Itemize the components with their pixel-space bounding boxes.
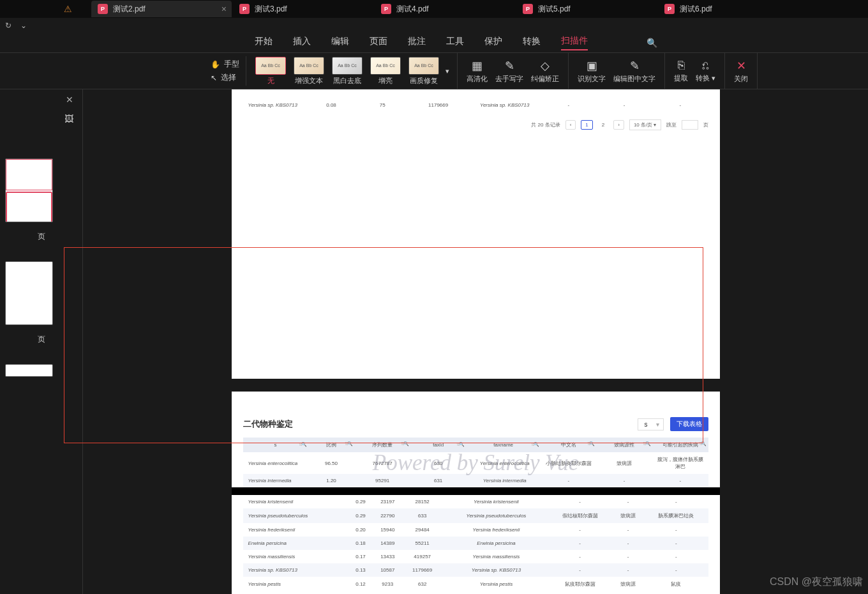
page-thumb-3[interactable] <box>5 364 53 377</box>
menu-page[interactable]: 页面 <box>370 36 387 50</box>
tab[interactable]: P 测试3.pdf <box>233 1 373 17</box>
sidebar-image-icon[interactable]: 🖼 <box>64 114 73 124</box>
filter-more[interactable]: ▾ <box>443 53 452 89</box>
ribbon-extract-group: ⎘提取 ⎌转换 ▾ <box>665 53 725 89</box>
pdf-icon: P <box>664 4 675 14</box>
menu-protect[interactable]: 保护 <box>484 36 502 50</box>
table-header-row: s⇅ 🔍 比例⇅ 🔍 序列数量⇅ 🔍 taxid⇅ 🔍 taxname⇅ 🔍 中… <box>243 438 708 452</box>
quick-access-bar: ↻ ⌄ <box>0 18 868 33</box>
tab-label: 测试3.pdf <box>255 4 287 15</box>
ocr-icon: ▣ <box>587 59 597 73</box>
close-icon[interactable]: × <box>221 4 227 14</box>
ribbon-ocr-group: ▣识别文字 ✎编辑图中文字 <box>569 53 665 89</box>
table-row: Yersinia sp. KBS0713 0.08 75 1179669 Yer… <box>243 98 708 112</box>
convert-button[interactable]: ⎌转换 ▾ <box>692 53 719 89</box>
extract-button[interactable]: ⎘提取 <box>670 53 692 89</box>
pagination-next[interactable]: › <box>613 120 624 130</box>
species-table-cont: Yersinia kristensenii0.292319728152Yersi… <box>243 495 708 591</box>
table-row: Yersinia frederiksenii0.201594029484Yers… <box>243 523 708 537</box>
pagination-pagesize[interactable]: 10 条/页 ▾ <box>629 119 661 130</box>
warning-icon: ⚠ <box>64 4 72 14</box>
pagination-jump-input[interactable] <box>682 120 698 130</box>
thumb-label: 页 <box>5 231 77 242</box>
table-row: Yersinia kristensenii0.292319728152Yersi… <box>243 495 708 508</box>
filter-none[interactable]: Aa Bb Cc无 <box>251 53 290 89</box>
ribbon-filters: Aa Bb Cc无 Aa Bb Cc增强文本 Aa Bb Cc黑白去底 Aa B… <box>246 53 458 89</box>
tab-active[interactable]: P 测试2.pdf × <box>91 1 232 17</box>
main-area: ✕ 🖼 页 页 Yersi <box>0 89 868 594</box>
document-viewer[interactable]: Yersinia sp. KBS0713 0.08 75 1179669 Yer… <box>83 89 868 594</box>
tab[interactable]: P 测试4.pdf <box>375 1 515 17</box>
menu-scan[interactable]: 扫描件 <box>561 35 588 50</box>
level-select[interactable]: s <box>638 418 664 430</box>
cursor-icon: ↖ <box>211 73 217 82</box>
menu-tools[interactable]: 工具 <box>446 36 464 50</box>
search-icon[interactable]: 🔍 <box>647 38 657 48</box>
convert-icon: ⎌ <box>702 59 709 72</box>
tab-bar: ⚠ P 测试2.pdf × P 测试3.pdf P 测试4.pdf P 测试5.… <box>0 0 868 18</box>
pagination-page-2[interactable]: 2 <box>598 121 608 129</box>
close-button[interactable]: ✕关闭 <box>730 53 752 89</box>
filter-brighten[interactable]: Aa Bb Cc增亮 <box>366 53 405 89</box>
pdf-icon: P <box>523 4 533 14</box>
pdf-icon: P <box>239 4 250 14</box>
species-table: s⇅ 🔍 比例⇅ 🔍 序列数量⇅ 🔍 taxid⇅ 🔍 taxname⇅ 🔍 中… <box>243 438 708 487</box>
thumb-2-wrap[interactable]: 页 <box>5 261 77 345</box>
edit-chars-button[interactable]: ✎编辑图中文字 <box>610 53 659 89</box>
extract-icon: ⎘ <box>678 59 685 72</box>
page-gap <box>232 487 720 495</box>
table-row: Yersinia pestis0.129233632Yersinia pesti… <box>243 577 708 591</box>
tab[interactable]: P 测试5.pdf <box>516 1 657 17</box>
table-row: Yersinia intermedia1.2095291631Yersinia … <box>243 474 708 487</box>
ribbon-close-group: ✕关闭 <box>725 53 758 89</box>
menu-edit[interactable]: 编辑 <box>331 36 349 50</box>
chevron-down-icon[interactable]: ⌄ <box>20 21 27 30</box>
table-row: Yersinia pseudotuberculos0.2922790633Yer… <box>243 508 708 523</box>
sidebar: ✕ 🖼 页 页 <box>0 89 83 594</box>
hand-icon: ✋ <box>211 60 220 69</box>
menu-annotate[interactable]: 批注 <box>408 36 426 50</box>
table-row: Erwinia persicina0.181438955211Erwinia p… <box>243 537 708 550</box>
menu-start[interactable]: 开始 <box>255 36 273 50</box>
pagination-page-suffix: 页 <box>703 121 708 128</box>
download-table-button[interactable]: 下载表格 <box>670 417 708 431</box>
menu-insert[interactable]: 插入 <box>293 36 311 50</box>
filter-quality[interactable]: Aa Bb Cc画质修复 <box>405 53 443 89</box>
ribbon-enhance-group: ▦高清化 ✎去手写字 ◇纠偏矫正 <box>458 53 569 89</box>
ocr-button[interactable]: ▣识别文字 <box>574 53 610 89</box>
pdf-page-2: 二代物种鉴定 s 下载表格 s⇅ 🔍 比例⇅ 🔍 序列数量⇅ 🔍 taxid⇅ … <box>232 392 720 487</box>
page-thumb-1[interactable] <box>5 158 53 222</box>
page-thumb-2[interactable] <box>5 261 53 325</box>
tab[interactable]: P 测试6.pdf <box>658 1 798 17</box>
filter-bw[interactable]: Aa Bb Cc黑白去底 <box>328 53 366 89</box>
hand-tool[interactable]: ✋手型 <box>211 59 239 70</box>
section-title: 二代物种鉴定 <box>243 418 293 430</box>
chevron-down-icon: ▾ <box>445 67 449 75</box>
menu-convert[interactable]: 转换 <box>523 36 541 50</box>
tab-label: 测试5.pdf <box>538 4 571 15</box>
remove-handwrite-button[interactable]: ✎去手写字 <box>491 53 527 89</box>
sidebar-close-icon[interactable]: ✕ <box>66 95 73 105</box>
pagination: 共 20 条记录 ‹ 1 2 › 10 条/页 ▾ 跳至 页 <box>243 119 708 130</box>
thumb-1-wrap[interactable]: 页 <box>5 158 77 242</box>
pagination-page-1[interactable]: 1 <box>581 120 592 130</box>
table-row: Yersinia sp. KBS07130.13105871179669Yers… <box>243 563 708 577</box>
select-tool[interactable]: ↖选择 <box>211 72 239 83</box>
hd-button[interactable]: ▦高清化 <box>463 53 491 89</box>
pagination-prev[interactable]: ‹ <box>565 120 576 130</box>
thumb-3-wrap[interactable] <box>5 364 77 377</box>
tab-label: 测试6.pdf <box>680 4 712 15</box>
deskew-button[interactable]: ◇纠偏矫正 <box>527 53 563 89</box>
pdf-page-1: Yersinia sp. KBS0713 0.08 75 1179669 Yer… <box>232 89 720 379</box>
tab-label: 测试4.pdf <box>396 4 429 15</box>
table-row: Yersinia massiliensis0.1713433419257Yers… <box>243 550 708 563</box>
pdf-icon: P <box>98 4 108 14</box>
menu-bar: 开始 插入 编辑 页面 批注 工具 保护 转换 扫描件 🔍 <box>0 33 868 52</box>
handwrite-icon: ✎ <box>505 59 514 73</box>
data-table-partial: Yersinia sp. KBS0713 0.08 75 1179669 Yer… <box>243 98 708 112</box>
filter-enhance[interactable]: Aa Bb Cc增强文本 <box>290 53 328 89</box>
pagination-total: 共 20 条记录 <box>531 121 560 128</box>
pdf-page-2b: Yersinia kristensenii0.292319728152Yersi… <box>232 495 720 594</box>
redo-icon[interactable]: ↻ <box>5 21 11 30</box>
close-icon: ✕ <box>737 59 746 73</box>
